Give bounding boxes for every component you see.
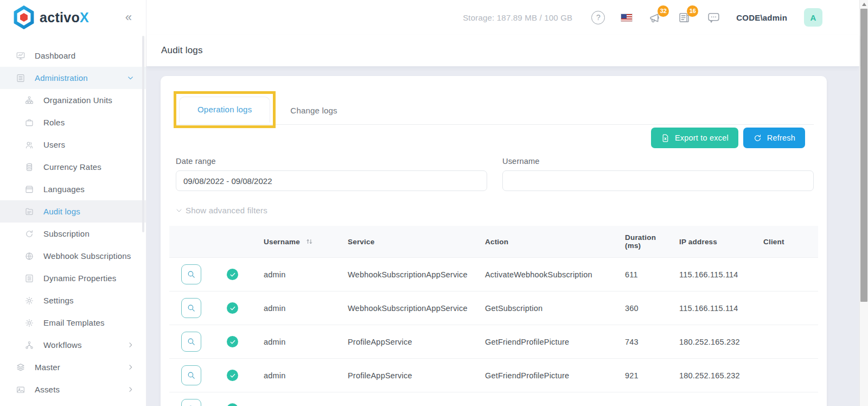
sidebar-item-organization-units[interactable]: Organization Units [0,89,146,111]
filters: Date range Username [176,157,814,191]
sidebar-item-label: Languages [43,185,85,194]
topbar: Storage: 187.89 MB / 100 GB ? 32 16 CODE… [146,0,859,35]
sidebar-item-label: Audit logs [43,207,80,216]
cell-username: admin [259,359,343,392]
sidebar-item-currency-rates[interactable]: Currency Rates [0,156,146,178]
table-row: admin WebhookSubscriptionAppService Acti… [169,258,818,291]
us-flag-icon [621,14,633,22]
cell-service: WebhookSubscriptionAppService [343,258,481,291]
avatar[interactable]: A [804,8,822,27]
cell-ip: 180.252.165.232 [675,325,759,359]
email-templates-icon [24,318,34,328]
success-check-icon [227,302,238,314]
show-advanced-filters-toggle[interactable]: Show advanced filters [176,206,812,215]
page-title: Audit logs [161,45,203,56]
cell-service: ProfileAppService [343,359,481,392]
help-icon: ? [591,11,605,24]
sidebar-item-webhook-subscriptions[interactable]: Webhook Subscriptions [0,245,146,267]
view-detail-button[interactable] [181,365,201,385]
excel-file-icon [661,134,670,143]
cell-ip: 180.252.165.232 [675,359,759,392]
subscription-icon [24,229,34,239]
sidebar-collapse-icon[interactable]: « [125,11,132,23]
currency-rates-icon [24,162,34,172]
help-button[interactable]: ? [591,11,605,24]
scroll-up-arrow-icon[interactable] [862,3,866,6]
cell-username: admin [259,291,343,325]
cell-username: admin [259,392,343,406]
success-check-icon [227,370,238,381]
view-detail-button[interactable] [181,264,201,284]
refresh-button[interactable]: Refresh [743,128,805,148]
sidebar-item-master[interactable]: Master [0,356,146,378]
view-detail-button[interactable] [181,332,201,352]
cell-action: GetFriendProfilePicture [481,359,621,392]
cell-action: ActivateWebhookSubscription [481,258,621,291]
workflows-icon [24,340,34,350]
languages-icon [24,185,34,194]
toolbar: Export to excel Refresh [169,128,805,148]
chevron-down-icon [127,74,134,81]
cell-duration: 611 [621,258,675,291]
current-user[interactable]: CODE\admin [736,13,787,22]
brand-hexagon-icon [13,5,35,29]
language-flag-button[interactable] [621,14,633,22]
sidebar-item-assets[interactable]: Assets [0,378,146,401]
dashboard-icon [15,51,25,61]
cell-action: GetFriendProfilePicture [481,325,621,359]
sidebar-item-settings[interactable]: Settings [0,289,146,312]
sidebar-item-label: Webhook Subscriptions [43,251,131,261]
administration-icon [15,73,25,83]
cell-username: admin [259,258,343,291]
col-username[interactable]: Username [259,226,343,258]
sidebar-item-roles[interactable]: Roles [0,111,146,134]
table-header-row: Username Service Action Duration (ms) IP… [169,226,818,258]
sidebar-item-administration[interactable]: Administration [0,67,146,89]
col-action: Action [481,226,621,258]
page-scrollbar[interactable] [859,0,868,406]
sidebar-item-label: Roles [43,118,65,127]
export-to-excel-button[interactable]: Export to excel [651,128,738,148]
chevron-down-icon [176,207,182,214]
cell-client [759,325,818,359]
sidebar-item-audit-logs[interactable]: Audit logs [0,200,146,223]
chevron-right-icon [127,341,134,348]
sidebar-item-dashboard[interactable]: Dashboard [0,45,146,67]
col-service: Service [343,226,481,258]
dynamic-properties-icon [24,274,34,283]
sidebar-item-languages[interactable]: Languages [0,178,146,200]
sidebar-item-label: Dynamic Properties [43,274,116,283]
news-button[interactable]: 16 [678,11,691,24]
sidebar-item-users[interactable]: Users [0,134,146,156]
sidebar-item-label: Assets [35,385,60,394]
view-detail-button[interactable] [181,298,201,318]
brand-name-accent: X [80,10,89,25]
sidebar-menu: Dashboard Administration Organization Un… [0,45,146,401]
cell-client [759,359,818,392]
export-label: Export to excel [675,134,729,142]
username-input[interactable] [502,170,814,191]
sidebar: activoX « Dashboard Administration Organ… [0,0,146,406]
cell-duration: 743 [621,325,675,359]
sidebar-item-workflows[interactable]: Workflows [0,334,146,356]
storage-indicator: Storage: 187.89 MB / 100 GB [463,13,572,22]
sort-icon[interactable] [305,238,314,245]
sidebar-item-subscription[interactable]: Subscription [0,223,146,245]
sidebar-item-label: Master [35,363,60,372]
date-range-input[interactable] [176,170,487,191]
sidebar-item-email-templates[interactable]: Email Templates [0,312,146,334]
view-detail-button[interactable] [181,399,201,406]
sidebar-item-dynamic-properties[interactable]: Dynamic Properties [0,267,146,289]
cell-service: ProfileAppService [343,325,481,359]
sidebar-item-label: Subscription [43,229,90,238]
news-badge: 16 [687,5,698,17]
search-icon [187,270,196,279]
chat-button[interactable] [707,11,720,24]
tab-operation-logs[interactable]: Operation logs [179,97,270,123]
sidebar-scrollbar-thumb[interactable] [142,36,144,232]
scrollbar-thumb[interactable] [860,9,867,302]
announcements-button[interactable]: 32 [648,11,662,24]
tab-change-logs[interactable]: Change logs [276,99,352,124]
cell-service: ProfileAppService [343,392,481,406]
search-icon [187,303,196,313]
